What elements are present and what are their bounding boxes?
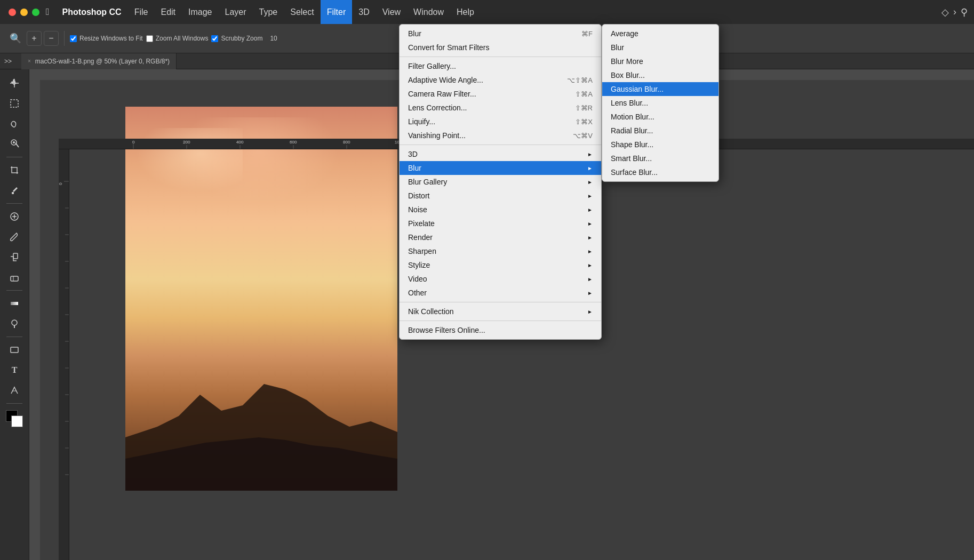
app-name: Photoshop CC <box>56 0 128 24</box>
panels-toggle[interactable]: >> <box>4 58 12 65</box>
svg-rect-15 <box>11 347 18 353</box>
scrubby-zoom-checkbox[interactable]: Scrubby Zoom <box>211 35 262 42</box>
zoom-in-btn[interactable]: + <box>27 31 42 46</box>
svg-point-4 <box>13 141 15 143</box>
type-tool[interactable]: T <box>5 361 24 380</box>
filter-menu-video[interactable]: Video ► <box>400 272 601 286</box>
crop-tool[interactable] <box>5 161 24 180</box>
tab-close-icon[interactable]: × <box>28 58 31 64</box>
menu-select[interactable]: Select <box>284 0 320 24</box>
arrow-icon-render: ► <box>587 235 593 241</box>
move-tool[interactable]: ✥ <box>5 74 24 93</box>
shape-tool[interactable] <box>5 340 24 359</box>
menu-edit[interactable]: Edit <box>154 0 182 24</box>
filter-menu-other[interactable]: Other ► <box>400 286 601 300</box>
menu-filter[interactable]: Filter <box>321 0 353 24</box>
blur-submenu[interactable]: Average Blur Blur More Box Blur... Gauss… <box>602 24 719 182</box>
tool-separator-2 <box>6 203 22 204</box>
search-icon[interactable]: ⚲ <box>961 6 968 18</box>
blur-submenu-lens-blur[interactable]: Lens Blur... <box>602 96 718 110</box>
tool-separator-4 <box>6 337 22 337</box>
filter-menu-distort[interactable]: Distort ► <box>400 189 601 203</box>
menu-3d[interactable]: 3D <box>352 0 376 24</box>
traffic-lights <box>0 9 39 16</box>
filter-menu-3d[interactable]: 3D ► <box>400 147 601 161</box>
filter-menu-noise[interactable]: Noise ► <box>400 203 601 217</box>
zoom-all-checkbox[interactable]: Zoom All Windows <box>146 35 209 42</box>
filter-menu-liquify[interactable]: Liquify... ⇧⌘X <box>400 115 601 129</box>
filter-menu-stylize[interactable]: Stylize ► <box>400 258 601 272</box>
filter-menu-nik[interactable]: Nik Collection ► <box>400 305 601 318</box>
filter-menu-blur[interactable]: Blur ► <box>400 161 601 175</box>
blur-submenu-blur-more[interactable]: Blur More <box>602 54 718 68</box>
svg-text:600: 600 <box>290 140 297 145</box>
filter-menu-browse[interactable]: Browse Filters Online... <box>400 323 601 337</box>
dropbox-icon[interactable]: ◇ <box>941 6 949 18</box>
dodge-tool[interactable] <box>5 314 24 333</box>
blur-submenu-gaussian-blur[interactable]: Gaussian Blur... <box>602 82 718 96</box>
menu-image[interactable]: Image <box>182 0 218 24</box>
menu-view[interactable]: View <box>376 0 407 24</box>
marquee-tool[interactable] <box>5 94 24 113</box>
magic-wand-tool[interactable] <box>5 134 24 154</box>
blur-submenu-shape-blur[interactable]: Shape Blur... <box>602 138 718 151</box>
lasso-tool[interactable] <box>5 114 24 133</box>
close-button[interactable] <box>9 9 16 16</box>
svg-point-13 <box>12 320 17 325</box>
color-swatches[interactable] <box>5 409 24 428</box>
filter-menu-gallery[interactable]: Filter Gallery... <box>400 59 601 73</box>
blur-submenu-average[interactable]: Average <box>602 27 718 41</box>
minimize-button[interactable] <box>20 9 28 16</box>
svg-text:0: 0 <box>132 140 135 145</box>
filter-separator-1 <box>400 57 601 57</box>
filter-separator-4 <box>400 321 601 321</box>
filter-menu-vanishing-point[interactable]: Vanishing Point... ⌥⌘V <box>400 129 601 142</box>
pen-tool[interactable] <box>5 381 24 400</box>
blur-submenu-motion-blur[interactable]: Motion Blur... <box>602 110 718 124</box>
chevron-right-icon[interactable]: › <box>953 6 956 18</box>
healing-brush-tool[interactable] <box>5 207 24 226</box>
toolbar-separator-1 <box>64 31 65 46</box>
zoom-out-btn[interactable]: − <box>44 31 59 46</box>
brush-tool[interactable] <box>5 227 24 246</box>
gradient-tool[interactable] <box>5 294 24 313</box>
filter-menu-blur-gallery[interactable]: Blur Gallery ► <box>400 175 601 189</box>
filter-menu-blur-shortcut[interactable]: Blur ⌘F <box>400 27 601 41</box>
document-tab[interactable]: × macOS-wall-1-B.png @ 50% (Layer 0, RGB… <box>21 53 177 69</box>
arrow-icon-nik: ► <box>587 309 593 315</box>
vertical-ruler: 0 <box>59 149 69 560</box>
svg-rect-32 <box>59 149 69 560</box>
tool-separator-3 <box>6 290 22 291</box>
menu-layer[interactable]: Layer <box>219 0 253 24</box>
svg-text:200: 200 <box>183 140 190 145</box>
blur-submenu-radial-blur[interactable]: Radial Blur... <box>602 124 718 138</box>
eraser-tool[interactable] <box>5 268 24 287</box>
background-color[interactable] <box>11 415 23 427</box>
filter-menu-sharpen[interactable]: Sharpen ► <box>400 244 601 258</box>
arrow-icon-stylize: ► <box>587 262 593 268</box>
filter-menu[interactable]: Blur ⌘F Convert for Smart Filters Filter… <box>399 24 602 340</box>
blur-submenu-blur[interactable]: Blur <box>602 41 718 54</box>
filter-menu-camera-raw[interactable]: Camera Raw Filter... ⇧⌘A <box>400 87 601 101</box>
menu-type[interactable]: Type <box>253 0 284 24</box>
filter-menu-convert-smart[interactable]: Convert for Smart Filters <box>400 41 601 54</box>
arrow-icon-pixelate: ► <box>587 221 593 227</box>
filter-menu-pixelate[interactable]: Pixelate ► <box>400 217 601 230</box>
filter-menu-adaptive[interactable]: Adaptive Wide Angle... ⌥⇧⌘A <box>400 73 601 87</box>
maximize-button[interactable] <box>32 9 39 16</box>
resize-windows-checkbox[interactable]: Resize Windows to Fit <box>70 35 143 42</box>
menu-file[interactable]: File <box>128 0 155 24</box>
filter-menu-render[interactable]: Render ► <box>400 230 601 244</box>
blur-submenu-smart-blur[interactable]: Smart Blur... <box>602 151 718 165</box>
apple-menu[interactable]:  <box>39 0 56 24</box>
eyedropper-tool[interactable] <box>5 181 24 200</box>
arrow-icon-blur-gallery: ► <box>587 179 593 185</box>
clone-stamp-tool[interactable] <box>5 247 24 267</box>
filter-menu-lens-correction[interactable]: Lens Correction... ⇧⌘R <box>400 101 601 115</box>
zoom-in-button[interactable]: 🔍 <box>6 30 23 47</box>
menu-window[interactable]: Window <box>407 0 450 24</box>
menu-help[interactable]: Help <box>450 0 481 24</box>
blur-submenu-surface-blur[interactable]: Surface Blur... <box>602 165 718 179</box>
arrow-icon-video: ► <box>587 276 593 282</box>
blur-submenu-box-blur[interactable]: Box Blur... <box>602 68 718 82</box>
